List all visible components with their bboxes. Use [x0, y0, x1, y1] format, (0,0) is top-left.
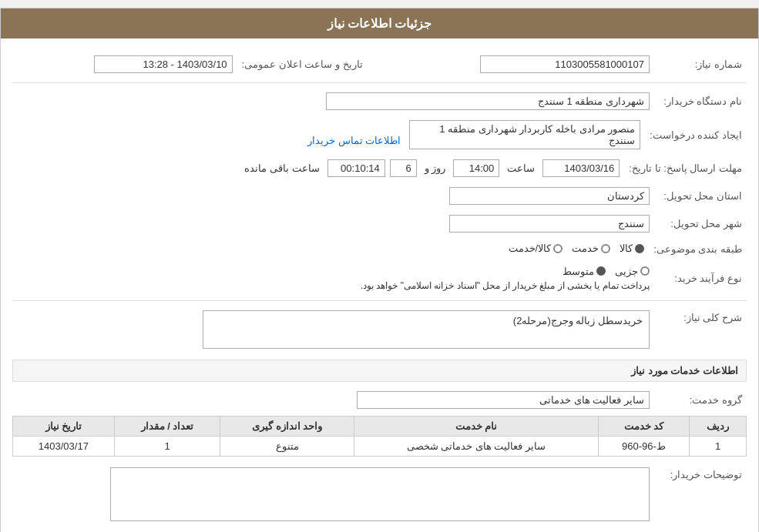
need-description-label: شرح کلی نیاز:	[654, 307, 747, 352]
deadline-label: مهلت ارسال پاسخ: تا تاریخ:	[624, 156, 747, 180]
cell-code: ط-96-960	[598, 436, 689, 456]
purchase-type-note: پرداخت تمام یا بخشی از مبلغ خریدار از مح…	[17, 280, 650, 291]
col-date: تاریخ نیاز	[13, 416, 115, 436]
need-description-value: خریدسطل زباله وجرج(مرحله2)	[203, 310, 650, 349]
service-group-value: سایر فعالیت های خدماتی	[357, 391, 650, 409]
need-number-label: شماره نیاز:	[654, 52, 747, 76]
deadline-remaining-label: ساعت باقی مانده	[244, 162, 319, 174]
table-row: 1ط-96-960سایر فعالیت های خدماتی شخصیمتنو…	[13, 436, 747, 456]
category-kala-khedmat-label: کالا/خدمت	[509, 243, 552, 254]
col-name: نام خدمت	[354, 416, 599, 436]
category-kala: کالا	[620, 243, 644, 254]
col-row: ردیف	[690, 416, 747, 436]
deadline-days: 6	[390, 159, 417, 177]
purchase-mutavasset-radio	[596, 266, 606, 276]
purchase-mutavasset-label: متوسط	[563, 266, 594, 277]
page-title: جزئیات اطلاعات نیاز	[1, 8, 758, 38]
purchase-type-label: نوع فرآیند خرید:	[654, 263, 747, 294]
requester-value: منصور مرادی باخله کاربردار شهرداری منطقه…	[409, 120, 640, 149]
announcement-label: تاریخ و ساعت اعلان عمومی:	[237, 52, 368, 76]
services-section-title: اطلاعات خدمات مورد نیاز	[12, 360, 747, 382]
buyer-notes-label: توضیحات خریدار:	[654, 464, 747, 524]
category-label: طبقه بندی موضوعی:	[649, 239, 747, 259]
purchase-jozi-label: جزیی	[615, 266, 638, 277]
category-kala-khedmat: کالا/خدمت	[509, 243, 563, 254]
cell-name: سایر فعالیت های خدماتی شخصی	[354, 436, 599, 456]
services-table: ردیف کد خدمت نام خدمت واحد اندازه گیری ت…	[12, 416, 747, 457]
requester-label: ایجاد کننده درخواست:	[645, 117, 747, 152]
cell-quantity: 1	[114, 436, 220, 456]
category-kala-khedmat-radio	[553, 244, 563, 253]
buyer-org-label: نام دستگاه خریدار:	[654, 89, 747, 113]
col-code: کد خدمت	[598, 416, 689, 436]
category-khedmat-radio	[601, 244, 610, 253]
category-khedmat: خدمت	[572, 243, 610, 254]
buttons-row: بازگشت چاپ	[12, 528, 747, 533]
city-label: شهر محل تحویل:	[654, 212, 747, 236]
cell-unit: متنوع	[220, 436, 354, 456]
deadline-remaining: 00:10:14	[327, 159, 385, 177]
category-options: کالا خدمت کالا/خدمت	[509, 243, 645, 254]
col-unit: واحد اندازه گیری	[220, 416, 354, 436]
purchase-jozi: جزیی	[615, 266, 650, 277]
deadline-date: 1403/03/16	[542, 159, 620, 177]
cell-date: 1403/03/17	[13, 436, 115, 456]
province-label: استان محل تحویل:	[654, 184, 747, 208]
buyer-notes-value	[110, 467, 650, 521]
requester-contact-link[interactable]: اطلاعات تماس خریدار	[307, 135, 401, 146]
province-value: کردستان	[449, 187, 650, 205]
category-kala-radio	[635, 244, 644, 253]
purchase-jozi-radio	[640, 266, 650, 276]
col-quantity: تعداد / مقدار	[114, 416, 220, 436]
purchase-mutavasset: متوسط	[563, 266, 606, 277]
deadline-days-label: روز و	[425, 162, 446, 174]
deadline-time: 14:00	[453, 159, 499, 177]
need-number-value: 1103005581000107	[480, 55, 650, 73]
announcement-value: 1403/03/10 - 13:28	[94, 55, 233, 73]
category-kala-label: کالا	[620, 243, 633, 254]
category-khedmat-label: خدمت	[572, 243, 599, 254]
cell-row: 1	[690, 436, 747, 456]
buyer-org-value: شهرداری منطقه 1 سنندج	[326, 92, 650, 110]
deadline-time-label: ساعت	[507, 162, 535, 174]
service-group-label: گروه خدمت:	[654, 388, 747, 412]
city-value: سنندج	[449, 215, 650, 233]
purchase-type-options: جزیی متوسط	[17, 266, 650, 277]
